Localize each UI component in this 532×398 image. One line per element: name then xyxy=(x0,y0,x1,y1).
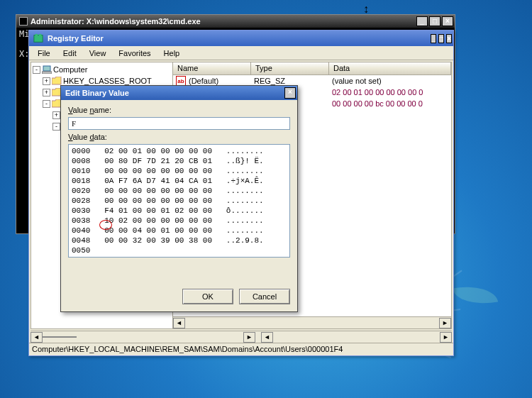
menu-help[interactable]: Help xyxy=(158,48,186,58)
regedit-titlebar[interactable]: Registry Editor _ □ × xyxy=(29,31,453,46)
cmd-titlebar[interactable]: Administrator: X:\windows\system32\cmd.e… xyxy=(16,15,455,28)
menu-bar: File Edit View Favorites Help xyxy=(29,46,453,60)
tree-root[interactable]: - Computer xyxy=(33,64,171,75)
menu-file[interactable]: File xyxy=(32,48,56,58)
cell-data: 02 00 01 00 00 00 00 00 0 xyxy=(332,88,423,96)
dialog-title-text: Edit Binary Value xyxy=(65,89,129,97)
menu-view[interactable]: View xyxy=(84,48,112,58)
list-header: Name Type Data xyxy=(173,62,451,75)
cancel-button[interactable]: Cancel xyxy=(239,289,290,304)
close-button[interactable]: × xyxy=(442,16,453,26)
expander-plus-icon[interactable]: + xyxy=(43,89,50,96)
expander-minus-icon[interactable]: - xyxy=(33,66,40,74)
col-data[interactable]: Data xyxy=(329,62,451,74)
maximize-button[interactable]: □ xyxy=(429,16,440,26)
cell-data: (value not set) xyxy=(332,77,382,85)
status-text: Computer\HKEY_LOCAL_MACHINE\REM_SAM\SAM\… xyxy=(32,345,343,353)
tree-label: Computer xyxy=(53,65,87,74)
minimize-button[interactable]: _ xyxy=(416,16,428,26)
expander-plus-icon[interactable]: + xyxy=(43,77,50,85)
ok-button[interactable]: OK xyxy=(182,289,233,304)
expander-plus-icon[interactable]: + xyxy=(52,111,60,119)
status-bar: Computer\HKEY_LOCAL_MACHINE\REM_SAM\SAM\… xyxy=(29,343,453,355)
decor-leaf xyxy=(453,281,498,309)
svg-rect-4 xyxy=(42,72,52,74)
regedit-title-text: Registry Editor xyxy=(48,34,104,43)
scroll-right-icon[interactable]: ► xyxy=(243,332,255,343)
menu-edit[interactable]: Edit xyxy=(57,48,82,58)
value-name-input[interactable] xyxy=(68,117,290,130)
col-type[interactable]: Type xyxy=(251,62,329,74)
value-data-hex-input[interactable] xyxy=(68,144,290,258)
close-button[interactable]: × xyxy=(446,34,452,43)
scroll-left-icon[interactable]: ◄ xyxy=(261,332,273,343)
cmd-icon xyxy=(19,17,28,26)
value-name-label: Value name: xyxy=(68,106,290,114)
svg-rect-1 xyxy=(35,34,38,37)
cell-type: REG_SZ xyxy=(254,77,332,85)
scroll-right-icon[interactable]: ► xyxy=(440,332,452,343)
tree-h-scrollbar[interactable]: ◄ ► ◄ ► xyxy=(31,331,452,343)
close-button[interactable]: × xyxy=(284,87,296,99)
scroll-left-icon[interactable]: ◄ xyxy=(31,332,43,343)
svg-rect-2 xyxy=(39,34,42,37)
svg-rect-3 xyxy=(43,66,50,71)
col-name[interactable]: Name xyxy=(173,62,251,74)
folder-icon xyxy=(52,77,62,85)
cmd-title-text: Administrator: X:\windows\system32\cmd.e… xyxy=(31,17,201,26)
expander-minus-icon[interactable]: - xyxy=(52,123,60,131)
string-value-icon: ab xyxy=(176,76,186,86)
cell-data: 00 00 00 00 bc 00 00 00 0 xyxy=(332,99,423,108)
menu-favorites[interactable]: Favorites xyxy=(113,48,156,58)
maximize-button[interactable]: □ xyxy=(438,34,444,43)
regedit-icon xyxy=(33,33,43,43)
resize-cursor-icon: ↕ xyxy=(363,3,369,16)
expander-minus-icon[interactable]: - xyxy=(43,100,50,108)
computer-icon xyxy=(42,65,52,74)
scroll-left-icon[interactable]: ◄ xyxy=(173,318,185,328)
dialog-titlebar[interactable]: Edit Binary Value × xyxy=(61,86,297,100)
edit-binary-dialog: Edit Binary Value × Value name: Value da… xyxy=(60,85,298,312)
h-scrollbar[interactable]: ◄ ► xyxy=(173,316,451,328)
value-data-label: Value data: xyxy=(68,133,290,141)
minimize-button[interactable]: _ xyxy=(431,34,436,43)
scroll-right-icon[interactable]: ► xyxy=(439,318,451,328)
tree-label: HKEY_CLASSES_ROOT xyxy=(63,77,152,85)
scrollbar-thumb[interactable] xyxy=(43,336,77,338)
cell-name: (Default) xyxy=(189,77,254,85)
